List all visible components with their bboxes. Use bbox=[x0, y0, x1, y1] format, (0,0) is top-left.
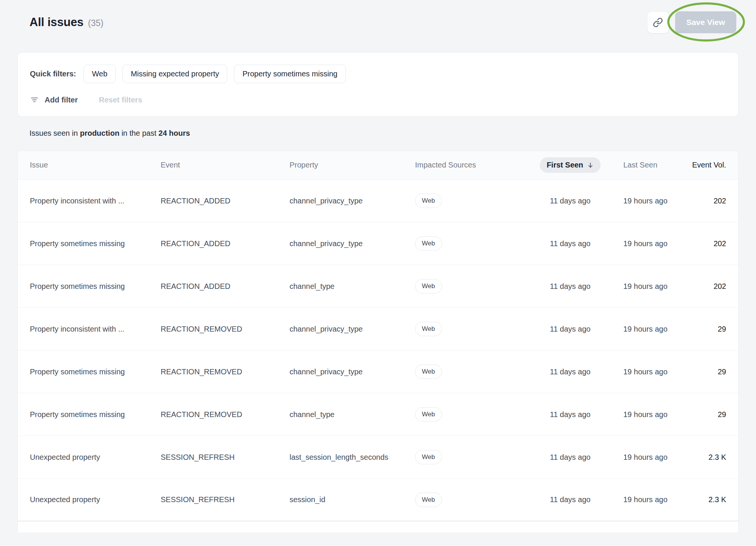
event-cell: REACTION_REMOVED bbox=[161, 368, 290, 376]
event-cell: REACTION_ADDED bbox=[161, 282, 290, 291]
filter-lines-icon bbox=[30, 95, 39, 104]
event-vol-cell: 202 bbox=[689, 197, 726, 205]
event-cell: REACTION_ADDED bbox=[161, 239, 290, 248]
event-vol-cell: 202 bbox=[689, 282, 726, 291]
add-filter-button[interactable]: Add filter bbox=[30, 95, 78, 104]
last-seen-cell: 19 hours ago bbox=[613, 495, 689, 504]
first-seen-cell: 11 days ago bbox=[528, 368, 613, 376]
header-actions: Save View bbox=[647, 11, 736, 33]
top-bar: All issues (35) Save View bbox=[0, 0, 756, 52]
add-filter-label: Add filter bbox=[45, 96, 78, 104]
column-header-event-vol[interactable]: Event Vol. bbox=[689, 161, 726, 169]
issue-cell: Property sometimes missing bbox=[30, 410, 161, 419]
column-header-property[interactable]: Property bbox=[290, 161, 415, 169]
first-seen-cell: 11 days ago bbox=[528, 239, 613, 248]
source-badge: Web bbox=[415, 322, 442, 336]
table-row[interactable]: Unexpected property SESSION_REFRESH last… bbox=[18, 436, 738, 479]
property-cell: channel_privacy_type bbox=[290, 325, 415, 333]
source-badge: Web bbox=[415, 407, 442, 422]
link-icon bbox=[653, 17, 663, 28]
quick-filter-chip-missing-expected-property[interactable]: Missing expected property bbox=[122, 65, 227, 83]
copy-link-button[interactable] bbox=[647, 11, 669, 33]
column-header-last-seen[interactable]: Last Seen bbox=[613, 161, 689, 169]
source-badge: Web bbox=[415, 493, 442, 507]
source-badge: Web bbox=[415, 450, 442, 464]
last-seen-cell: 19 hours ago bbox=[613, 368, 689, 376]
table-row[interactable]: Unexpected property SESSION_REFRESH sess… bbox=[18, 479, 738, 521]
quick-filters-label: Quick filters: bbox=[30, 70, 76, 78]
property-cell: last_session_length_seconds bbox=[290, 453, 415, 462]
impacted-sources-cell: Web bbox=[415, 407, 528, 422]
table-header: Issue Event Property Impacted Sources Fi… bbox=[18, 151, 738, 180]
column-header-impacted-sources[interactable]: Impacted Sources bbox=[415, 161, 528, 169]
first-seen-sort-button[interactable]: First Seen bbox=[540, 157, 601, 173]
first-seen-cell: 11 days ago bbox=[528, 325, 613, 333]
table-row[interactable]: Property inconsistent with ... REACTION_… bbox=[18, 180, 738, 222]
table-row[interactable]: Property inconsistent with ... REACTION_… bbox=[18, 308, 738, 351]
issue-cell: Property sometimes missing bbox=[30, 239, 161, 248]
summary-middle: in the past bbox=[119, 129, 158, 137]
event-vol-cell: 29 bbox=[689, 368, 726, 376]
property-cell: session_id bbox=[290, 495, 415, 504]
reset-filters-button[interactable]: Reset filters bbox=[99, 96, 143, 104]
event-cell: REACTION_ADDED bbox=[161, 197, 290, 205]
summary-environment: production bbox=[80, 129, 119, 137]
issue-cell: Unexpected property bbox=[30, 495, 161, 504]
summary-timerange: 24 hours bbox=[158, 129, 190, 137]
event-cell: REACTION_REMOVED bbox=[161, 410, 290, 419]
source-badge: Web bbox=[415, 194, 442, 208]
first-seen-cell: 11 days ago bbox=[528, 410, 613, 419]
event-cell: SESSION_REFRESH bbox=[161, 495, 290, 504]
table-row[interactable]: Property sometimes missing REACTION_ADDE… bbox=[18, 265, 738, 308]
impacted-sources-cell: Web bbox=[415, 450, 528, 464]
first-seen-cell: 11 days ago bbox=[528, 282, 613, 291]
column-header-issue[interactable]: Issue bbox=[30, 161, 161, 169]
table-row[interactable]: Property sometimes missing REACTION_REMO… bbox=[18, 393, 738, 436]
arrow-down-icon bbox=[587, 162, 594, 169]
issues-table: Issue Event Property Impacted Sources Fi… bbox=[17, 150, 739, 532]
save-view-button[interactable]: Save View bbox=[675, 11, 736, 33]
event-vol-cell: 2.3 K bbox=[689, 495, 726, 504]
event-vol-cell: 2.3 K bbox=[689, 453, 726, 462]
issue-cell: Unexpected property bbox=[30, 453, 161, 462]
table-row-partial bbox=[18, 521, 738, 532]
impacted-sources-cell: Web bbox=[415, 236, 528, 251]
table-row[interactable]: Property sometimes missing REACTION_ADDE… bbox=[18, 222, 738, 265]
source-badge: Web bbox=[415, 365, 442, 379]
column-header-first-seen: First Seen bbox=[528, 157, 613, 173]
quick-filter-chip-web[interactable]: Web bbox=[84, 65, 116, 83]
column-header-event[interactable]: Event bbox=[161, 161, 290, 169]
event-vol-cell: 29 bbox=[689, 410, 726, 419]
last-seen-cell: 19 hours ago bbox=[613, 453, 689, 462]
page-title-group: All issues (35) bbox=[29, 16, 104, 29]
issue-cell: Property sometimes missing bbox=[30, 282, 161, 291]
last-seen-cell: 19 hours ago bbox=[613, 239, 689, 248]
table-body: Property inconsistent with ... REACTION_… bbox=[18, 180, 738, 521]
quick-filters-row: Quick filters: Web Missing expected prop… bbox=[30, 65, 726, 83]
impacted-sources-cell: Web bbox=[415, 322, 528, 336]
event-cell: REACTION_REMOVED bbox=[161, 325, 290, 333]
quick-filter-chip-property-sometimes-missing[interactable]: Property sometimes missing bbox=[234, 65, 345, 83]
property-cell: channel_privacy_type bbox=[290, 368, 415, 376]
first-seen-cell: 11 days ago bbox=[528, 453, 613, 462]
last-seen-cell: 19 hours ago bbox=[613, 282, 689, 291]
summary-text: Issues seen in production in the past 24… bbox=[29, 129, 739, 138]
event-vol-cell: 29 bbox=[689, 325, 726, 333]
impacted-sources-cell: Web bbox=[415, 365, 528, 379]
issue-cell: Property inconsistent with ... bbox=[30, 197, 161, 205]
impacted-sources-cell: Web bbox=[415, 194, 528, 208]
source-badge: Web bbox=[415, 279, 442, 293]
property-cell: channel_type bbox=[290, 410, 415, 419]
last-seen-cell: 19 hours ago bbox=[613, 410, 689, 419]
issue-count: (35) bbox=[88, 18, 104, 28]
property-cell: channel_type bbox=[290, 282, 415, 291]
event-cell: SESSION_REFRESH bbox=[161, 453, 290, 462]
table-row[interactable]: Property sometimes missing REACTION_REMO… bbox=[18, 351, 738, 393]
impacted-sources-cell: Web bbox=[415, 493, 528, 507]
impacted-sources-cell: Web bbox=[415, 279, 528, 293]
source-badge: Web bbox=[415, 236, 442, 251]
last-seen-cell: 19 hours ago bbox=[613, 325, 689, 333]
first-seen-label: First Seen bbox=[547, 161, 583, 169]
property-cell: channel_privacy_type bbox=[290, 197, 415, 205]
issue-cell: Property sometimes missing bbox=[30, 368, 161, 376]
